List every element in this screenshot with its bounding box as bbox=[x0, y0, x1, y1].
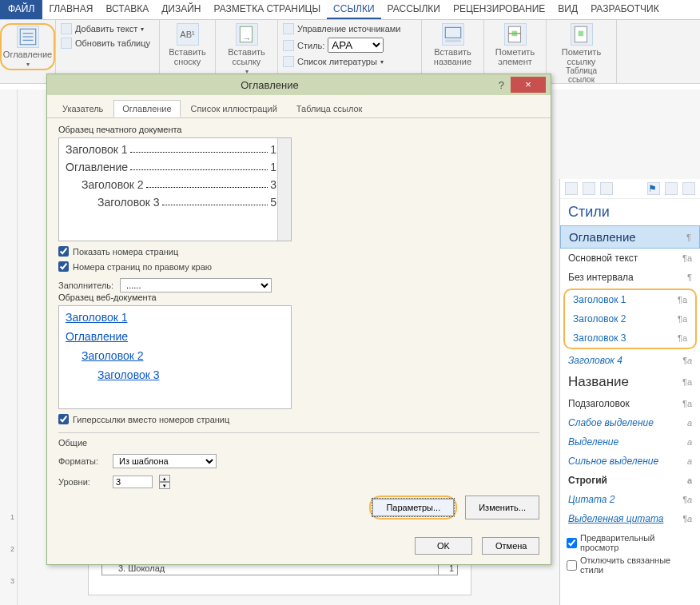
dialog-tab-toc[interactable]: Оглавление bbox=[113, 100, 180, 117]
style-item[interactable]: Без интервала¶ bbox=[560, 268, 700, 287]
cancel-button[interactable]: Отмена bbox=[482, 537, 539, 555]
ok-button[interactable]: OK bbox=[415, 537, 472, 555]
styles-pane: ⚑ Стили Оглавление¶Основной текст¶aБез и… bbox=[559, 179, 700, 605]
tab-home[interactable]: ГЛАВНАЯ bbox=[42, 0, 99, 19]
dialog-tab-index[interactable]: Указатель bbox=[54, 100, 112, 117]
footnote-icon: AB¹ bbox=[177, 23, 199, 46]
citation-style-select[interactable]: Стиль:APA bbox=[283, 38, 400, 53]
style-item[interactable]: Оглавление¶ bbox=[560, 225, 700, 249]
svg-rect-6 bbox=[445, 27, 461, 38]
biblio-icon bbox=[283, 56, 294, 67]
dialog-titlebar[interactable]: Оглавление ? × bbox=[47, 74, 551, 95]
styles-tool-icon[interactable] bbox=[600, 182, 613, 195]
mark-cite-label: Пометить ссылку bbox=[551, 47, 611, 66]
close-button[interactable]: × bbox=[511, 77, 546, 93]
modify-button[interactable]: Изменить... bbox=[465, 496, 539, 519]
toc-icon bbox=[17, 26, 39, 48]
highlight-toc: Оглавление ▾ bbox=[0, 23, 55, 70]
manage-sources-button[interactable]: Управление источниками bbox=[283, 23, 400, 34]
mark-entry-label: Пометить элемент bbox=[489, 47, 541, 66]
mark-cite-icon bbox=[571, 23, 593, 46]
style-item[interactable]: Подзаголовок¶a bbox=[560, 394, 700, 413]
options-button[interactable]: Параметры... bbox=[372, 499, 454, 516]
formats-select[interactable]: Из шаблона bbox=[113, 454, 217, 468]
citation-label: Вставить ссылку bbox=[221, 47, 272, 66]
leader-row: Заполнитель: ...... bbox=[58, 278, 292, 293]
style-item[interactable]: Цитата 2¶a bbox=[560, 490, 700, 509]
style-icon bbox=[283, 40, 294, 51]
style-item[interactable]: Заголовок 1¶a bbox=[565, 290, 695, 309]
tab-developer[interactable]: РАЗРАБОТЧИК bbox=[584, 0, 666, 19]
update-icon bbox=[61, 38, 72, 49]
leader-select[interactable]: ...... bbox=[120, 278, 272, 293]
add-text-icon bbox=[61, 23, 72, 34]
styles-pane-title: Стили bbox=[560, 199, 700, 225]
dialog-tab-toa[interactable]: Таблица ссылок bbox=[288, 100, 372, 117]
general-section-label: Общие bbox=[58, 438, 539, 448]
styles-tool-icon[interactable] bbox=[682, 182, 695, 195]
tab-file[interactable]: ФАЙЛ bbox=[0, 0, 42, 19]
dialog-tab-figures[interactable]: Список иллюстраций bbox=[182, 100, 286, 117]
insert-footnote-button[interactable]: AB¹ Вставить сноску bbox=[165, 23, 210, 66]
tab-design[interactable]: ДИЗАЙН bbox=[155, 0, 207, 19]
caption-label: Вставить название bbox=[427, 47, 479, 66]
mark-entry-button[interactable]: Пометить элемент bbox=[489, 23, 541, 66]
svg-rect-7 bbox=[445, 40, 461, 42]
styles-tool-icon[interactable] bbox=[583, 182, 595, 195]
dialog-title: Оглавление bbox=[47, 79, 492, 91]
scroll-down-icon[interactable]: ▾ bbox=[280, 229, 289, 239]
hyperlinks-checkbox[interactable]: Гиперссылки вместо номеров страниц bbox=[58, 414, 292, 424]
bibliography-button[interactable]: Список литературы▾ bbox=[283, 56, 400, 67]
style-item[interactable]: Заголовок 4¶a bbox=[560, 351, 700, 370]
tab-insert[interactable]: ВСТАВКА bbox=[99, 0, 155, 19]
dialog-tabs: Указатель Оглавление Список иллюстраций … bbox=[47, 95, 551, 118]
style-item[interactable]: Строгийa bbox=[560, 471, 700, 490]
manage-icon bbox=[283, 23, 294, 34]
tab-view[interactable]: ВИД bbox=[551, 0, 584, 19]
tab-references[interactable]: ССЫЛКИ bbox=[327, 0, 380, 19]
insert-citation-button[interactable]: → Вставить ссылку ▾ bbox=[221, 23, 272, 75]
style-item[interactable]: Название¶a bbox=[560, 370, 700, 394]
tab-mailings[interactable]: РАССЫЛКИ bbox=[381, 0, 447, 19]
tab-review[interactable]: РЕЦЕНЗИРОВАНИЕ bbox=[447, 0, 551, 19]
citation-icon: → bbox=[236, 23, 258, 46]
style-item[interactable]: Выделениеa bbox=[560, 432, 700, 452]
flag-icon[interactable]: ⚑ bbox=[647, 182, 660, 195]
caption-icon bbox=[442, 23, 464, 46]
levels-input[interactable] bbox=[113, 476, 153, 488]
tab-layout[interactable]: РАЗМЕТКА СТРАНИЦЫ bbox=[208, 0, 328, 19]
vertical-ruler: 123456 bbox=[0, 90, 18, 605]
disable-linked-checkbox[interactable]: Отключить связанные стили bbox=[567, 555, 694, 575]
style-item[interactable]: Слабое выделениеa bbox=[560, 413, 700, 432]
show-pages-checkbox[interactable]: Показать номера страниц bbox=[58, 246, 292, 257]
leader-label: Заполнитель: bbox=[58, 281, 113, 290]
toa-group-label: Таблица ссылок bbox=[551, 66, 611, 84]
styles-list: Оглавление¶Основной текст¶aБез интервала… bbox=[560, 225, 700, 528]
style-item[interactable]: Заголовок 3¶a bbox=[565, 328, 695, 348]
styles-tool-icon[interactable] bbox=[665, 182, 678, 195]
chevron-down-icon: ▾ bbox=[26, 61, 30, 68]
style-item[interactable]: Заголовок 2¶a bbox=[565, 309, 695, 328]
update-table-button[interactable]: Обновить таблицу bbox=[61, 38, 150, 49]
print-preview: ▴ ▾ Заголовок 11Оглавление1Заголовок 23З… bbox=[58, 137, 292, 241]
toc-dialog: Оглавление ? × Указатель Оглавление Спис… bbox=[46, 74, 551, 565]
right-align-checkbox[interactable]: Номера страниц по правому краю bbox=[58, 261, 292, 272]
toc-button[interactable]: Оглавление ▾ bbox=[3, 26, 52, 68]
styles-tool-icon[interactable] bbox=[565, 182, 578, 195]
style-item[interactable]: Сильное выделениеa bbox=[560, 452, 700, 471]
print-preview-label: Образец печатного документа bbox=[58, 125, 292, 134]
insert-caption-button[interactable]: Вставить название bbox=[427, 23, 479, 66]
add-text-button[interactable]: Добавить текст▾ bbox=[61, 23, 150, 34]
web-preview-label: Образец веб-документа bbox=[58, 293, 292, 302]
levels-spinner[interactable]: ▴▾ bbox=[159, 475, 170, 489]
ribbon-tabs: ФАЙЛ ГЛАВНАЯ ВСТАВКА ДИЗАЙН РАЗМЕТКА СТР… bbox=[0, 0, 700, 20]
svg-rect-10 bbox=[511, 31, 517, 37]
mark-citation-button[interactable]: Пометить ссылку bbox=[551, 23, 611, 66]
style-item[interactable]: Выделенная цитата¶a bbox=[560, 509, 700, 528]
scroll-up-icon[interactable]: ▴ bbox=[280, 140, 289, 149]
help-button[interactable]: ? bbox=[492, 79, 511, 91]
svg-rect-12 bbox=[578, 31, 583, 37]
footnote-label: Вставить сноску bbox=[165, 47, 210, 66]
preview-checkbox[interactable]: Предварительный просмотр bbox=[567, 533, 694, 552]
style-item[interactable]: Основной текст¶a bbox=[560, 249, 700, 268]
